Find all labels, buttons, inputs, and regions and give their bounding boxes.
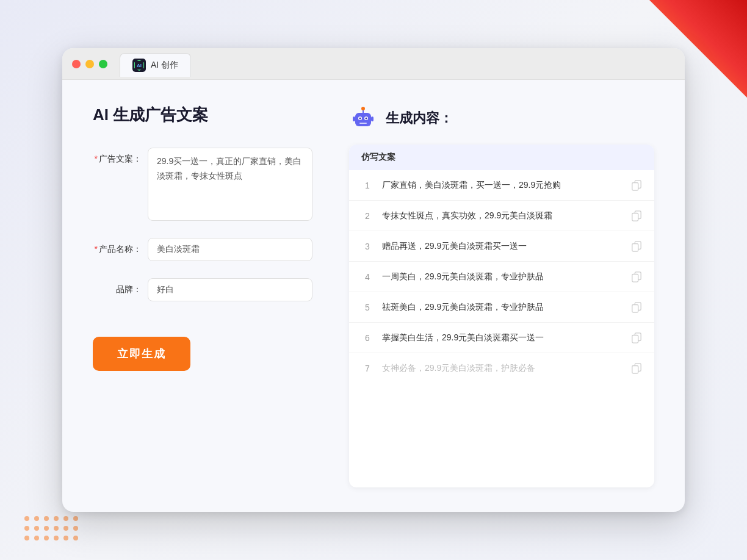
svg-rect-15 (632, 243, 638, 251)
minimize-button[interactable] (85, 60, 94, 68)
row-text: 掌握美白生活，29.9元美白淡斑霜买一送一 (382, 331, 622, 344)
result-table: 仿写文案 1厂家直销，美白淡斑霜，买一送一，29.9元抢购 2专抹女性斑点，真实… (349, 145, 654, 487)
row-text: 女神必备，29.9元美白淡斑霜，护肤必备 (382, 362, 622, 375)
brand-label: 品牌： (93, 278, 142, 295)
row-text: 祛斑美白，29.9元美白淡斑霜，专业护肤品 (382, 301, 622, 314)
table-row: 3赠品再送，29.9元美白淡斑霜买一送一 (349, 231, 654, 262)
svg-rect-19 (632, 304, 638, 312)
product-name-label: *产品名称： (93, 238, 142, 255)
brand-input[interactable] (148, 278, 312, 301)
browser-tab[interactable]: AI AI 创作 (120, 53, 191, 77)
row-number: 5 (361, 303, 374, 312)
svg-rect-9 (371, 117, 374, 121)
table-row: 1厂家直销，美白淡斑霜，买一送一，29.9元抢购 (349, 170, 654, 201)
svg-point-7 (361, 107, 365, 110)
table-row: 2专抹女性斑点，真实功效，29.9元美白淡斑霜 (349, 201, 654, 231)
tab-icon-text: AI (137, 63, 142, 68)
required-star-2: * (95, 244, 98, 254)
generate-button[interactable]: 立即生成 (93, 337, 190, 371)
product-name-group: *产品名称： (93, 238, 312, 261)
svg-rect-17 (632, 274, 638, 282)
copy-icon[interactable] (631, 332, 642, 343)
svg-rect-5 (359, 123, 367, 124)
svg-rect-8 (353, 117, 355, 121)
copy-icon[interactable] (631, 302, 642, 313)
svg-rect-0 (355, 113, 371, 126)
row-text: 专抹女性斑点，真实功效，29.9元美白淡斑霜 (382, 209, 622, 222)
svg-rect-23 (632, 365, 638, 373)
row-text: 赠品再送，29.9元美白淡斑霜买一送一 (382, 240, 622, 253)
ad-copy-label: *广告文案： (93, 148, 142, 165)
tab-icon: AI (132, 59, 146, 72)
table-row: 7女神必备，29.9元美白淡斑霜，护肤必备 (349, 353, 654, 383)
ad-copy-group: *广告文案： (93, 148, 312, 221)
brand-group: 品牌： (93, 278, 312, 301)
tab-label: AI 创作 (151, 60, 178, 71)
result-header: 生成内容： (349, 104, 654, 132)
left-panel: AI 生成广告文案 *广告文案： *产品名称： 品牌： 立 (93, 104, 312, 487)
titlebar: AI AI 创作 (62, 48, 685, 80)
row-number: 1 (361, 181, 374, 190)
right-panel: 生成内容： 仿写文案 1厂家直销，美白淡斑霜，买一送一，29.9元抢购 2专抹女… (349, 104, 654, 487)
svg-rect-21 (632, 335, 638, 343)
svg-point-3 (359, 118, 361, 120)
page-title: AI 生成广告文案 (93, 104, 312, 126)
copy-icon[interactable] (631, 210, 642, 221)
copy-icon[interactable] (631, 363, 642, 374)
row-number: 3 (361, 242, 374, 251)
robot-icon (349, 104, 377, 132)
required-star-1: * (95, 154, 98, 163)
product-name-input[interactable] (148, 238, 312, 261)
table-row: 5祛斑美白，29.9元美白淡斑霜，专业护肤品 (349, 292, 654, 323)
row-number: 7 (361, 364, 374, 373)
main-content: AI 生成广告文案 *广告文案： *产品名称： 品牌： 立 (62, 80, 685, 512)
table-body: 1厂家直销，美白淡斑霜，买一送一，29.9元抢购 2专抹女性斑点，真实功效，29… (349, 170, 654, 383)
dots-decoration (24, 516, 79, 542)
result-title: 生成内容： (386, 109, 453, 127)
row-number: 6 (361, 333, 374, 343)
svg-rect-11 (632, 182, 638, 190)
ad-copy-input[interactable] (148, 148, 312, 221)
traffic-lights (72, 60, 107, 68)
table-row: 6掌握美白生活，29.9元美白淡斑霜买一送一 (349, 323, 654, 353)
svg-point-4 (366, 118, 367, 120)
svg-rect-13 (632, 213, 638, 221)
browser-window: AI AI 创作 AI 生成广告文案 *广告文案： *产品名称： (62, 48, 685, 512)
close-button[interactable] (72, 60, 81, 68)
row-number: 2 (361, 211, 374, 221)
row-text: 一周美白，29.9元美白淡斑霜，专业护肤品 (382, 270, 622, 283)
row-number: 4 (361, 272, 374, 282)
copy-icon[interactable] (631, 241, 642, 252)
copy-icon[interactable] (631, 180, 642, 191)
table-row: 4一周美白，29.9元美白淡斑霜，专业护肤品 (349, 262, 654, 292)
table-header: 仿写文案 (349, 145, 654, 170)
maximize-button[interactable] (99, 60, 107, 68)
copy-icon[interactable] (631, 271, 642, 282)
row-text: 厂家直销，美白淡斑霜，买一送一，29.9元抢购 (382, 179, 622, 192)
